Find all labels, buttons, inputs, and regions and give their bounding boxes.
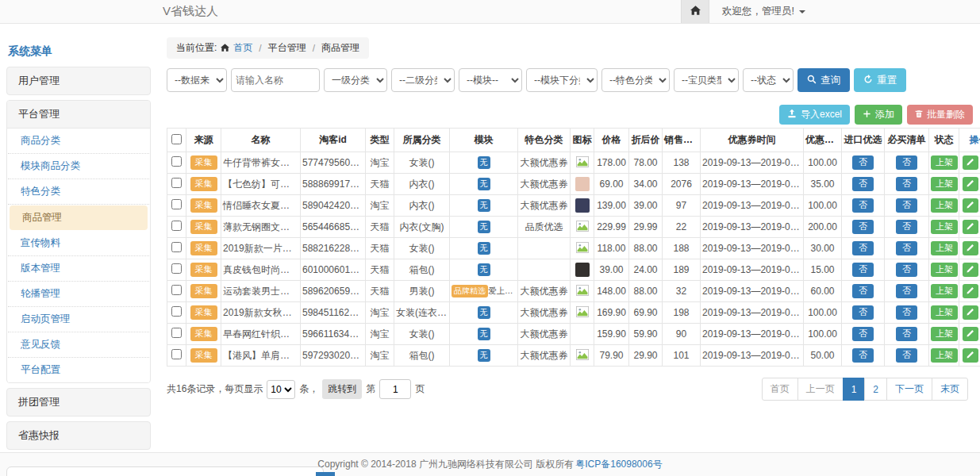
row-checkbox[interactable] — [171, 221, 182, 231]
must-buy-toggle-badge[interactable]: 否 — [896, 284, 917, 298]
edit-button[interactable] — [963, 220, 978, 234]
filter-module-select[interactable]: --模块-- — [459, 68, 522, 92]
must-buy-toggle-badge[interactable]: 否 — [896, 327, 917, 341]
pager-button-3[interactable]: 2 — [864, 378, 887, 401]
must-buy-toggle-badge[interactable]: 否 — [896, 220, 917, 234]
sidebar-item-1-5[interactable]: 版本管理 — [8, 256, 149, 282]
edit-button[interactable] — [963, 263, 978, 277]
edit-button[interactable] — [963, 198, 978, 213]
module-badge[interactable]: 无 — [478, 221, 490, 234]
must-buy-toggle-badge[interactable]: 否 — [896, 177, 917, 191]
edit-button[interactable] — [963, 348, 978, 363]
imported-toggle-badge[interactable]: 否 — [852, 198, 874, 213]
module-badge[interactable]: 无 — [478, 328, 490, 341]
row-checkbox[interactable] — [171, 199, 182, 209]
row-checkbox[interactable] — [171, 263, 182, 274]
user-menu[interactable]: 欢迎您，管理员! — [709, 5, 818, 18]
edit-button[interactable] — [963, 155, 978, 170]
sidebar-item-1-3[interactable]: 商品管理 — [10, 205, 148, 230]
filter-feature-category-select[interactable]: --特色分类-- — [601, 68, 670, 92]
filter-category-l2-select[interactable]: --二级分类-- — [391, 68, 455, 92]
sidebar-group-label-1[interactable]: 平台管理 — [7, 101, 150, 129]
status-badge[interactable]: 上架 — [931, 327, 958, 341]
status-badge[interactable]: 上架 — [931, 284, 958, 298]
status-badge[interactable]: 上架 — [931, 305, 958, 320]
status-badge[interactable]: 上架 — [931, 155, 958, 170]
module-badge[interactable]: 无 — [478, 178, 490, 191]
sidebar-group-2[interactable]: 拼团管理 — [6, 388, 151, 416]
icp-link[interactable]: 粤ICP备16098006号 — [575, 458, 662, 471]
edit-button[interactable] — [963, 327, 978, 341]
reset-button[interactable]: 重置 — [854, 68, 906, 92]
filter-name-input[interactable] — [231, 68, 320, 92]
sidebar-group-3[interactable]: 省惠快报 — [6, 421, 151, 450]
module-badge[interactable]: 品牌精选 — [452, 285, 488, 298]
batch-delete-button[interactable]: 批量删除 — [907, 105, 973, 125]
status-badge[interactable]: 上架 — [931, 220, 958, 234]
must-buy-toggle-badge[interactable]: 否 — [896, 155, 917, 170]
add-button[interactable]: 添加 — [855, 105, 902, 125]
edit-button[interactable] — [963, 241, 978, 255]
row-checkbox[interactable] — [171, 306, 182, 317]
sidebar-item-1-6[interactable]: 轮播管理 — [8, 282, 149, 307]
must-buy-toggle-badge[interactable]: 否 — [896, 198, 917, 213]
imported-toggle-badge[interactable]: 否 — [852, 220, 874, 234]
pager-button-5[interactable]: 末页 — [932, 378, 968, 401]
filter-module-sub-select[interactable]: --模块下分类-- — [526, 68, 598, 92]
must-buy-toggle-badge[interactable]: 否 — [896, 263, 917, 277]
imported-toggle-badge[interactable]: 否 — [852, 155, 874, 170]
search-button[interactable]: 查询 — [797, 68, 850, 92]
sidebar-item-1-0[interactable]: 商品分类 — [8, 129, 149, 154]
pager-button-1[interactable]: 上一页 — [797, 378, 844, 401]
filter-category-l1-select[interactable]: 一级分类 — [324, 68, 387, 92]
status-badge[interactable]: 上架 — [931, 348, 958, 363]
module-badge[interactable]: 无 — [478, 306, 490, 320]
imported-toggle-badge[interactable]: 否 — [852, 177, 874, 191]
filter-data-source-select[interactable]: --数据来源-- — [167, 68, 227, 92]
select-all-checkbox[interactable] — [171, 134, 182, 144]
page-number-input[interactable] — [379, 379, 411, 399]
sidebar-group-0[interactable]: 用户管理 — [6, 67, 151, 95]
sidebar-item-1-7[interactable]: 启动页管理 — [8, 307, 149, 332]
edit-button[interactable] — [963, 284, 978, 298]
home-button[interactable] — [681, 0, 709, 23]
per-page-select[interactable]: 10 — [267, 380, 295, 399]
row-checkbox[interactable] — [171, 285, 182, 295]
must-buy-toggle-badge[interactable]: 否 — [896, 305, 917, 320]
sidebar-item-1-2[interactable]: 特色分类 — [8, 179, 149, 205]
imported-toggle-badge[interactable]: 否 — [852, 241, 874, 255]
pager-button-2[interactable]: 1 — [843, 378, 866, 401]
module-badge[interactable]: 无 — [478, 349, 490, 363]
imported-toggle-badge[interactable]: 否 — [852, 284, 874, 298]
module-badge[interactable]: 无 — [478, 156, 490, 170]
breadcrumb-home-link[interactable]: 首页 — [233, 41, 252, 55]
row-checkbox[interactable] — [171, 242, 182, 252]
row-checkbox[interactable] — [171, 178, 182, 188]
sidebar-item-1-4[interactable]: 宣传物料 — [8, 231, 149, 256]
imported-toggle-badge[interactable]: 否 — [852, 263, 874, 277]
status-badge[interactable]: 上架 — [931, 263, 958, 277]
filter-status-select[interactable]: --状态-- — [743, 68, 794, 92]
sidebar-item-1-8[interactable]: 意见反馈 — [8, 332, 149, 358]
row-checkbox[interactable] — [171, 156, 182, 167]
must-buy-toggle-badge[interactable]: 否 — [896, 241, 917, 255]
import-excel-button[interactable]: 导入excel — [779, 105, 850, 125]
status-badge[interactable]: 上架 — [931, 198, 958, 213]
must-buy-toggle-badge[interactable]: 否 — [896, 348, 917, 363]
imported-toggle-badge[interactable]: 否 — [852, 348, 874, 363]
sidebar-item-1-9[interactable]: 平台配置 — [8, 358, 149, 382]
sidebar-item-1-1[interactable]: 模块商品分类 — [8, 154, 149, 179]
status-badge[interactable]: 上架 — [931, 241, 958, 255]
filter-item-type-select[interactable]: --宝贝类型-- — [674, 68, 739, 92]
imported-toggle-badge[interactable]: 否 — [852, 327, 874, 341]
pager-button-4[interactable]: 下一页 — [886, 378, 932, 401]
edit-button[interactable] — [963, 177, 978, 191]
module-badge[interactable]: 无 — [478, 263, 490, 277]
row-checkbox[interactable] — [171, 349, 182, 359]
pager-button-0[interactable]: 首页 — [762, 378, 798, 401]
row-checkbox[interactable] — [171, 328, 182, 338]
module-badge[interactable]: 无 — [478, 242, 490, 255]
edit-button[interactable] — [963, 305, 978, 320]
module-badge[interactable]: 无 — [478, 199, 490, 213]
status-badge[interactable]: 上架 — [931, 177, 958, 191]
